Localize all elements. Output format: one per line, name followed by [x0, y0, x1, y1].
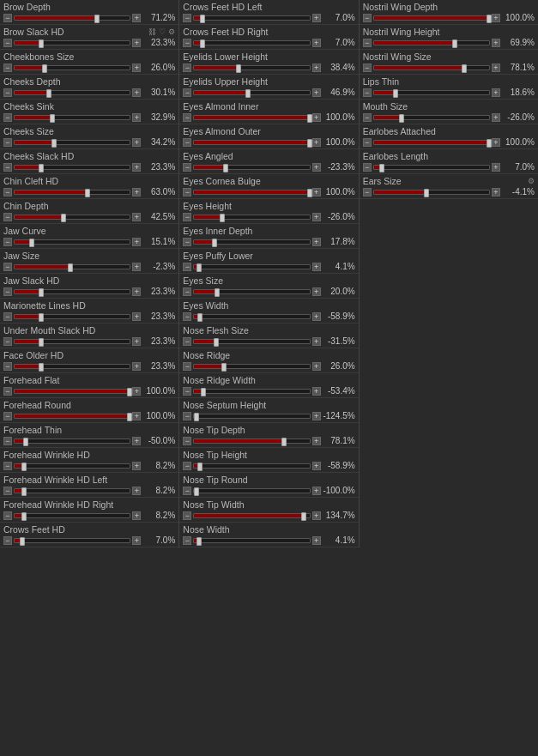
decrease-button[interactable]: − — [363, 39, 372, 47]
slider-track[interactable] — [193, 115, 310, 120]
slider-track[interactable] — [193, 414, 310, 419]
decrease-button[interactable]: − — [3, 263, 12, 271]
increase-button[interactable]: + — [132, 337, 141, 346]
decrease-button[interactable]: − — [3, 188, 12, 197]
slider-track[interactable] — [14, 364, 130, 369]
decrease-button[interactable]: − — [363, 88, 372, 97]
decrease-button[interactable]: − — [183, 14, 191, 22]
decrease-button[interactable]: − — [183, 88, 191, 97]
slider-track[interactable] — [193, 15, 310, 21]
slider-track[interactable] — [14, 339, 130, 344]
slider-track[interactable] — [14, 438, 130, 444]
slider-thumb[interactable] — [127, 388, 132, 396]
increase-button[interactable]: + — [132, 39, 141, 47]
slider-track[interactable] — [373, 115, 490, 120]
slider-track[interactable] — [14, 140, 130, 145]
slider-thumb[interactable] — [21, 463, 27, 471]
slider-track[interactable] — [14, 414, 130, 419]
increase-button[interactable]: + — [132, 238, 141, 246]
slider-track[interactable] — [193, 389, 310, 394]
increase-button[interactable]: + — [312, 163, 321, 172]
slider-thumb[interactable] — [21, 512, 27, 521]
slider-track[interactable] — [14, 389, 130, 394]
slider-thumb[interactable] — [39, 164, 44, 172]
increase-button[interactable]: + — [312, 14, 321, 22]
slider-thumb[interactable] — [245, 89, 251, 98]
increase-button[interactable]: + — [492, 113, 500, 122]
slider-track[interactable] — [14, 264, 130, 269]
slider-thumb[interactable] — [215, 288, 220, 297]
increase-button[interactable]: + — [312, 337, 321, 346]
slider-track[interactable] — [14, 65, 130, 70]
slider-thumb[interactable] — [200, 15, 205, 23]
slider-track[interactable] — [14, 40, 130, 45]
increase-button[interactable]: + — [312, 138, 321, 147]
increase-button[interactable]: + — [492, 14, 500, 22]
increase-button[interactable]: + — [492, 188, 500, 197]
slider-thumb[interactable] — [214, 338, 219, 347]
slider-thumb[interactable] — [487, 139, 492, 148]
decrease-button[interactable]: − — [183, 511, 191, 520]
slider-track[interactable] — [373, 90, 490, 95]
slider-track[interactable] — [14, 488, 130, 493]
slider-track[interactable] — [373, 40, 490, 45]
slider-thumb[interactable] — [68, 263, 73, 272]
decrease-button[interactable]: − — [183, 437, 191, 445]
slider-thumb[interactable] — [487, 15, 492, 23]
decrease-button[interactable]: − — [3, 362, 12, 371]
increase-button[interactable]: + — [132, 412, 141, 420]
increase-button[interactable]: + — [312, 362, 321, 371]
slider-track[interactable] — [14, 463, 130, 469]
decrease-button[interactable]: − — [3, 138, 12, 147]
increase-button[interactable]: + — [312, 437, 321, 445]
increase-button[interactable]: + — [312, 387, 321, 396]
decrease-button[interactable]: − — [183, 462, 191, 470]
slider-thumb[interactable] — [39, 39, 44, 48]
slider-track[interactable] — [193, 264, 310, 269]
heart-icon[interactable]: ♡ — [159, 27, 166, 36]
slider-thumb[interactable] — [39, 338, 44, 347]
increase-button[interactable]: + — [312, 238, 321, 246]
decrease-button[interactable]: − — [183, 337, 191, 346]
increase-button[interactable]: + — [312, 88, 321, 97]
decrease-button[interactable]: − — [3, 536, 12, 545]
slider-track[interactable] — [14, 190, 130, 195]
decrease-button[interactable]: − — [3, 163, 12, 172]
slider-thumb[interactable] — [281, 438, 287, 446]
decrease-button[interactable]: − — [3, 437, 12, 445]
increase-button[interactable]: + — [132, 536, 141, 545]
decrease-button[interactable]: − — [3, 113, 12, 122]
slider-track[interactable] — [14, 513, 130, 518]
slider-track[interactable] — [14, 239, 130, 245]
slider-thumb[interactable] — [85, 189, 90, 197]
slider-track[interactable] — [193, 40, 310, 45]
increase-button[interactable]: + — [492, 88, 500, 97]
decrease-button[interactable]: − — [3, 88, 12, 97]
decrease-button[interactable]: − — [3, 387, 12, 396]
increase-button[interactable]: + — [312, 312, 321, 321]
decrease-button[interactable]: − — [183, 113, 191, 122]
slider-track[interactable] — [373, 15, 490, 21]
decrease-button[interactable]: − — [183, 64, 191, 72]
decrease-button[interactable]: − — [3, 14, 12, 22]
slider-thumb[interactable] — [20, 537, 25, 546]
increase-button[interactable]: + — [132, 213, 141, 221]
increase-button[interactable]: + — [132, 188, 141, 197]
slider-track[interactable] — [193, 513, 310, 518]
increase-button[interactable]: + — [492, 138, 500, 147]
slider-track[interactable] — [193, 538, 310, 543]
increase-button[interactable]: + — [132, 88, 141, 97]
slider-track[interactable] — [193, 314, 310, 319]
slider-thumb[interactable] — [197, 463, 203, 471]
slider-thumb[interactable] — [194, 487, 199, 496]
slider-thumb[interactable] — [307, 139, 312, 148]
slider-thumb[interactable] — [39, 288, 44, 297]
decrease-button[interactable]: − — [183, 412, 191, 420]
slider-track[interactable] — [373, 65, 490, 70]
slider-thumb[interactable] — [307, 189, 312, 197]
gear-icon[interactable]: ⚙ — [528, 177, 535, 185]
increase-button[interactable]: + — [132, 362, 141, 371]
decrease-button[interactable]: − — [3, 487, 12, 495]
decrease-button[interactable]: − — [183, 213, 191, 221]
slider-track[interactable] — [14, 289, 130, 294]
